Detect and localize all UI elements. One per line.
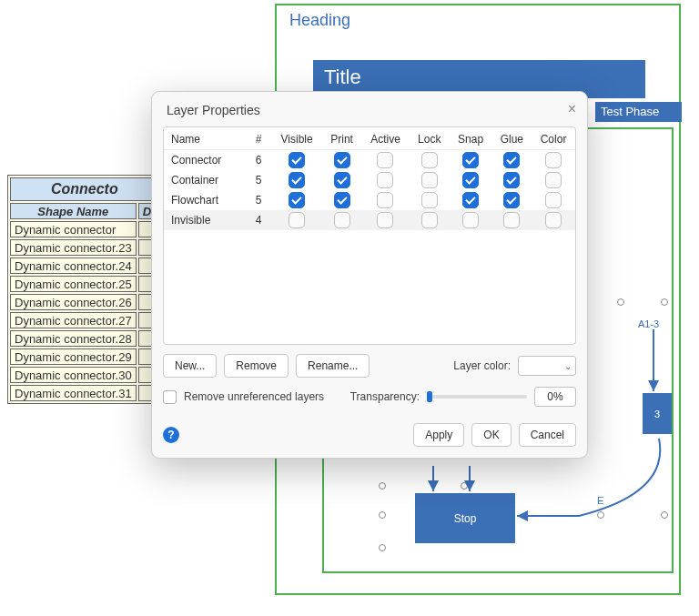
layer-count: 5 [246,170,271,190]
layer-visible-checkbox[interactable] [289,212,305,228]
col-count[interactable]: # [246,127,271,150]
phase-label: Test Phase [595,102,682,122]
sheet-row[interactable]: Dynamic connector.29 [10,348,159,365]
layer-visible-checkbox[interactable] [289,192,305,208]
sheet-col-shape-name: Shape Name [10,203,137,219]
sheet-cell-shape-name: Dynamic connector.23 [10,239,137,256]
transparency-value[interactable]: 0% [534,387,576,407]
col-snap[interactable]: Snap [450,127,492,150]
sheet-row[interactable]: Dynamic connector.24 [10,258,159,274]
layer-name: Connector [164,150,246,171]
layer-color-checkbox[interactable] [545,192,562,208]
transparency-label: Transparency: [350,390,420,403]
selection-handle[interactable] [617,298,624,306]
layer-snap-checkbox[interactable] [462,212,479,228]
sheet-row[interactable]: Dynamic connector.23 [10,239,159,256]
selection-handle[interactable] [597,511,604,519]
sheet-row[interactable]: Dynamic connector.25 [10,276,159,292]
remove-layer-button[interactable]: Remove [224,354,289,378]
layer-list-panel: Name # Visible Print Active Lock Snap Gl… [163,126,576,345]
connector-sheet: Connecto Shape Name Di Dynamic connector… [7,175,162,404]
sheet-cell-shape-name: Dynamic connector.27 [10,312,137,328]
sheet-cell-shape-name: Dynamic connector.30 [10,367,137,383]
close-icon[interactable]: × [568,101,576,117]
sheet-title: Connecto [10,177,159,201]
layer-lock-checkbox[interactable] [421,192,438,208]
col-visible[interactable]: Visible [271,127,322,150]
apply-button[interactable]: Apply [413,423,464,447]
sheet-cell-shape-name: Dynamic connector.29 [10,348,137,365]
layer-row[interactable]: Flowchart5 [164,190,575,210]
layer-lock-checkbox[interactable] [421,152,438,168]
col-print[interactable]: Print [322,127,361,150]
layer-glue-checkbox[interactable] [503,192,520,208]
layer-lock-checkbox[interactable] [421,172,438,188]
layer-color-label: Layer color: [453,359,511,372]
chevron-down-icon: ⌄ [564,361,572,371]
layer-print-checkbox[interactable] [334,172,350,188]
layer-row[interactable]: Invisible4 [164,210,575,230]
sheet-row[interactable]: Dynamic connector.31 [10,385,159,401]
layer-glue-checkbox[interactable] [503,152,520,168]
remove-unreferenced-label: Remove unreferenced layers [184,390,324,403]
layer-color-picker[interactable]: ⌄ [518,356,576,376]
sheet-row[interactable]: Dynamic connector.30 [10,367,159,383]
sheet-cell-shape-name: Dynamic connector.31 [10,385,137,401]
sheet-row[interactable]: Dynamic connector [10,221,159,237]
layer-active-checkbox[interactable] [377,212,393,228]
col-color[interactable]: Color [532,127,575,150]
selection-handle[interactable] [661,298,668,306]
layer-active-checkbox[interactable] [377,192,393,208]
layer-lock-checkbox[interactable] [421,212,438,228]
sheet-cell-shape-name: Dynamic connector.25 [10,276,137,292]
page-heading: Heading [289,11,350,30]
rename-layer-button[interactable]: Rename... [296,354,370,378]
layer-visible-checkbox[interactable] [289,152,305,168]
ok-button[interactable]: OK [471,423,511,447]
sheet-cell-shape-name: Dynamic connector.26 [10,294,137,310]
transparency-slider[interactable] [427,395,527,399]
layer-snap-checkbox[interactable] [462,172,479,188]
layer-print-checkbox[interactable] [334,192,350,208]
col-active[interactable]: Active [361,127,410,150]
layer-active-checkbox[interactable] [377,152,393,168]
selection-handle[interactable] [661,511,668,519]
sheet-row[interactable]: Dynamic connector.27 [10,312,159,328]
col-glue[interactable]: Glue [492,127,532,150]
sheet-row[interactable]: Dynamic connector.26 [10,294,159,310]
layer-print-checkbox[interactable] [334,152,350,168]
col-lock[interactable]: Lock [410,127,450,150]
layer-count: 6 [246,150,271,171]
layer-name: Invisible [164,210,246,230]
remove-unreferenced-checkbox[interactable] [163,390,177,404]
layer-row[interactable]: Connector6 [164,150,575,171]
selection-handle[interactable] [379,544,386,551]
layer-glue-checkbox[interactable] [503,212,520,228]
sheet-cell-shape-name: Dynamic connector.28 [10,330,137,347]
col-name[interactable]: Name [164,127,246,150]
selection-handle[interactable] [379,511,386,519]
layer-count: 4 [246,210,271,230]
selection-handle[interactable] [461,482,468,490]
help-icon[interactable]: ? [163,427,179,443]
layer-row[interactable]: Container5 [164,170,575,190]
layer-visible-checkbox[interactable] [289,172,305,188]
layer-color-checkbox[interactable] [545,172,562,188]
selection-handle[interactable] [379,482,386,490]
layer-glue-checkbox[interactable] [503,172,520,188]
sheet-row[interactable]: Dynamic connector.28 [10,330,159,347]
layer-name: Container [164,170,246,190]
layer-active-checkbox[interactable] [377,172,393,188]
layer-properties-dialog: Layer Properties × Name # Visible Print … [151,91,588,459]
new-layer-button[interactable]: New... [163,354,217,378]
layer-snap-checkbox[interactable] [462,192,479,208]
cancel-button[interactable]: Cancel [519,423,576,447]
flow-stop-box[interactable]: Stop [415,493,515,543]
connector-label-e: E [597,495,603,506]
layer-color-checkbox[interactable] [545,152,562,168]
layer-count: 5 [246,190,271,210]
layer-snap-checkbox[interactable] [462,152,479,168]
layer-color-checkbox[interactable] [545,212,562,228]
flow-box-3[interactable]: 3 [643,393,672,434]
layer-print-checkbox[interactable] [334,212,350,228]
